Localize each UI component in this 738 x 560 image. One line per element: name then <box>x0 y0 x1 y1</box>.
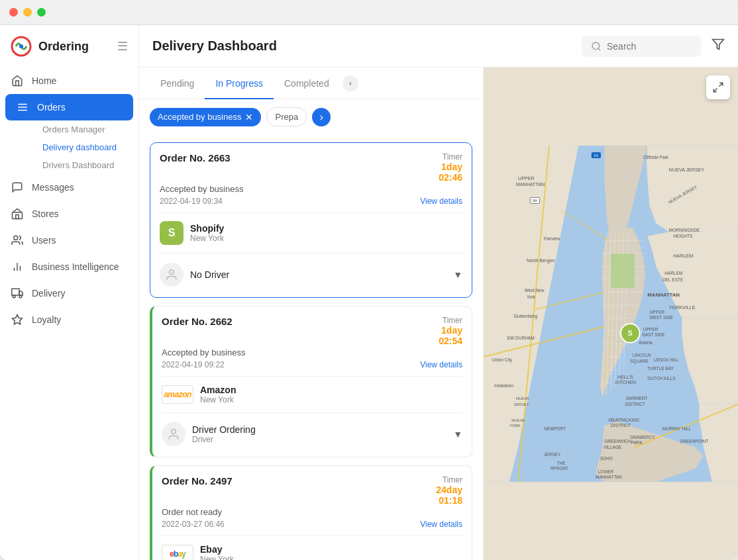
driver-avatar-2662 <box>162 422 185 446</box>
svg-text:EAST SIDE: EAST SIDE <box>643 332 666 337</box>
tab-in-progress[interactable]: In Progress <box>205 68 274 99</box>
chip-prepa-label: Prepa <box>275 112 298 122</box>
svg-marker-18 <box>713 40 724 50</box>
map-svg: UPPER MANHATTAN NUEVA JERSEY NUEVA JERSE… <box>484 68 738 560</box>
sidebar-item-drivers-dashboard[interactable]: Drivers Dashboard <box>32 156 138 174</box>
svg-text:Union City: Union City <box>492 357 513 363</box>
svg-text:HELL'S: HELL'S <box>617 375 633 380</box>
svg-text:GRAMERCY: GRAMERCY <box>630 435 655 440</box>
store-name-2497: Ebay <box>200 544 234 555</box>
svg-text:THE: THE <box>557 461 566 465</box>
driver-chevron-icon[interactable]: ▼ <box>453 269 462 280</box>
svg-rect-45 <box>611 254 635 288</box>
order-date: 2022-04-19 09:34 <box>160 197 223 206</box>
sidebar-item-stores-label: Stores <box>32 209 58 219</box>
timer-time-2662: 02:54 <box>439 336 462 346</box>
menu-toggle-icon[interactable]: ☰ <box>117 39 128 54</box>
minimize-button[interactable] <box>23 8 32 17</box>
svg-text:NUEVA: NUEVA <box>516 397 529 400</box>
divider2 <box>160 253 462 254</box>
tab-completed[interactable]: Completed <box>274 68 340 99</box>
store-row-2497: ebay Ebay New York <box>162 541 462 560</box>
svg-text:JERSEY: JERSEY <box>514 402 529 406</box>
app-window: Ordering ☰ Home Orders Orders Manager De… <box>0 0 738 560</box>
driver-info: No Driver <box>190 269 229 280</box>
business-intelligence-icon <box>11 260 24 273</box>
chip-close-icon[interactable]: ✕ <box>245 112 253 122</box>
store-name-2662: Amazon <box>200 385 236 395</box>
search-input[interactable] <box>607 41 680 52</box>
svg-point-20 <box>172 430 176 434</box>
svg-text:63: 63 <box>594 154 599 158</box>
view-details-link-2662[interactable]: View details <box>420 360 462 369</box>
svg-text:S: S <box>628 330 633 337</box>
order-status-2662: Accepted by business <box>162 348 462 357</box>
order-date-row: 2022-04-19 09:34 View details <box>160 197 462 206</box>
svg-text:SOHO: SOHO <box>600 456 613 461</box>
view-details-link-2497[interactable]: View details <box>420 520 462 529</box>
sidebar-item-delivery-dashboard[interactable]: Delivery dashboard <box>32 138 138 156</box>
chip-prepa[interactable]: Prepa <box>266 107 307 126</box>
order-card-2497[interactable]: Order No. 2497 Timer 24day 01:18 Order n… <box>150 465 472 560</box>
order-number: Order No. 2663 <box>160 152 231 163</box>
driver-avatar <box>160 263 184 287</box>
close-button[interactable] <box>9 8 18 17</box>
svg-text:HARLEM: HARLEM <box>673 254 693 259</box>
svg-text:DISTRICT: DISTRICT <box>611 423 631 428</box>
tabs-more-button[interactable]: › <box>343 75 358 91</box>
svg-text:VILLAGE: VILLAGE <box>604 445 622 449</box>
order-card-2663[interactable]: Order No. 2663 Timer 1day 02:46 Accepted… <box>150 142 472 298</box>
view-details-link[interactable]: View details <box>420 197 462 206</box>
order-date-2662: 2022-04-19 09:22 <box>162 360 225 369</box>
order-card-2662[interactable]: Order No. 2662 Timer 1day 02:54 Accepted… <box>150 306 472 457</box>
svg-line-116 <box>713 89 717 92</box>
chips-more-button[interactable]: › <box>312 108 331 126</box>
svg-text:NUEVA JERSEY: NUEVA JERSEY <box>669 167 705 173</box>
timer-days-2497: 24day <box>436 485 462 495</box>
sidebar-item-home[interactable]: Home <box>0 68 138 94</box>
orders-sub-nav: Orders Manager Delivery dashboard Driver… <box>0 120 138 174</box>
svg-line-17 <box>598 48 600 50</box>
tab-pending[interactable]: Pending <box>150 68 205 99</box>
svg-rect-6 <box>16 215 19 219</box>
app-body: Ordering ☰ Home Orders Orders Manager De… <box>0 25 738 560</box>
map-expand-button[interactable] <box>706 75 730 99</box>
svg-text:YORK: YORK <box>509 424 521 428</box>
sidebar-item-orders-label: Orders <box>37 102 66 113</box>
svg-text:9A: 9A <box>533 199 537 203</box>
content-area: Pending In Progress Completed › Ac <box>139 68 738 560</box>
order-status: Accepted by business <box>160 184 462 194</box>
sidebar-item-delivery[interactable]: Delivery <box>0 280 138 306</box>
timer-time-2497: 01:18 <box>436 495 462 506</box>
timer-label-2662: Timer <box>439 316 462 325</box>
maximize-button[interactable] <box>37 8 46 17</box>
svg-text:HEIGHTS: HEIGHTS <box>673 234 693 238</box>
sidebar-item-messages[interactable]: Messages <box>0 174 138 201</box>
svg-marker-15 <box>13 315 23 324</box>
sidebar-item-stores[interactable]: Stores <box>0 201 138 227</box>
timer-days: 1day <box>439 162 462 172</box>
svg-text:MANHATTAN: MANHATTAN <box>516 182 545 187</box>
search-bar[interactable] <box>582 36 701 57</box>
chip-accepted-by-business[interactable]: Accepted by business ✕ <box>150 108 261 126</box>
sidebar-item-orders-manager[interactable]: Orders Manager <box>32 120 138 138</box>
filter-chips-bar: Accepted by business ✕ Prepa › <box>139 99 483 134</box>
filter-icon[interactable] <box>712 38 725 54</box>
svg-text:GARMENT: GARMENT <box>626 396 648 400</box>
orders-list: Order No. 2663 Timer 1day 02:46 Accepted… <box>139 134 483 560</box>
sidebar-item-orders[interactable]: Orders <box>5 94 133 120</box>
loyalty-icon <box>11 313 24 326</box>
sidebar-item-business-intelligence[interactable]: Business Intelligence <box>0 254 138 280</box>
messages-icon <box>11 181 24 194</box>
store-info-2662: Amazon New York <box>200 385 236 404</box>
sidebar-item-loyalty[interactable]: Loyalty <box>0 306 138 333</box>
driver-name-2662: Driver Ordering <box>192 424 256 435</box>
sidebar-item-users[interactable]: Users <box>0 227 138 254</box>
store-city-2662: New York <box>200 395 236 404</box>
order-status-2497: Order not ready <box>162 507 462 517</box>
main-content: Delivery Dashboard Pending <box>139 25 738 560</box>
svg-text:NUEVA: NUEVA <box>511 418 525 422</box>
order-number-2662: Order No. 2662 <box>162 316 233 327</box>
driver-chevron-icon-2662[interactable]: ▼ <box>453 429 462 440</box>
users-icon <box>11 234 24 247</box>
